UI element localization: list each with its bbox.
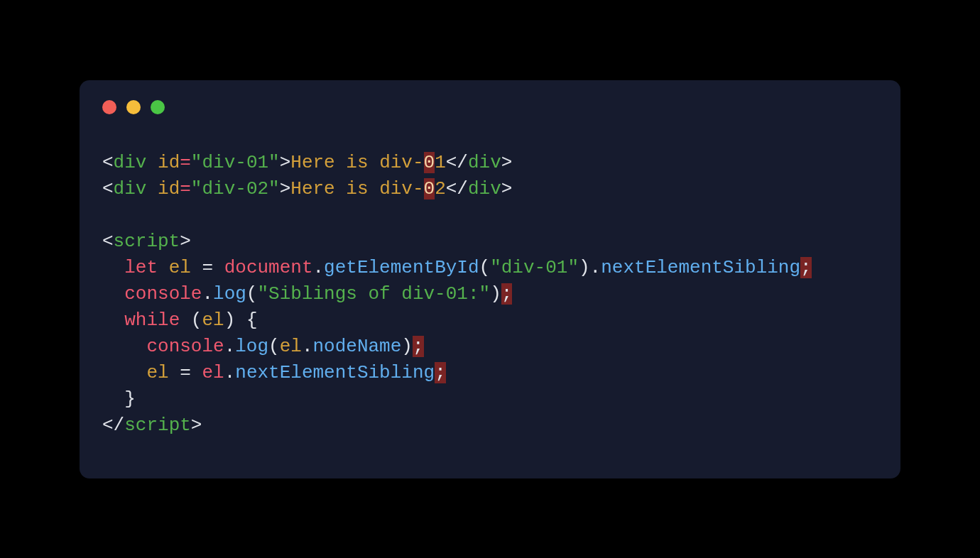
window-controls	[102, 100, 878, 114]
close-icon[interactable]	[102, 100, 116, 114]
code-line-2: <div id="div-02">Here is div-02</div>	[102, 178, 512, 199]
code-block[interactable]: <div id="div-01">Here is div-01</div> <d…	[102, 150, 878, 439]
code-line-11: </script>	[102, 415, 202, 436]
code-window: <div id="div-01">Here is div-01</div> <d…	[80, 80, 900, 478]
code-line-10: }	[102, 388, 136, 410]
code-line-1: <div id="div-01">Here is div-01</div>	[102, 152, 512, 173]
code-line-8: console.log(el.nodeName);	[102, 336, 424, 357]
code-line-5: let el = document.getElementById("div-01…	[102, 257, 812, 278]
minimize-icon[interactable]	[126, 100, 141, 114]
code-line-7: while (el) {	[102, 310, 258, 331]
maximize-icon[interactable]	[151, 100, 165, 114]
code-line-6: console.log("Siblings of div-01:");	[102, 283, 512, 305]
code-line-4: <script>	[102, 231, 191, 252]
code-line-9: el = el.nextElementSibling;	[102, 362, 446, 383]
